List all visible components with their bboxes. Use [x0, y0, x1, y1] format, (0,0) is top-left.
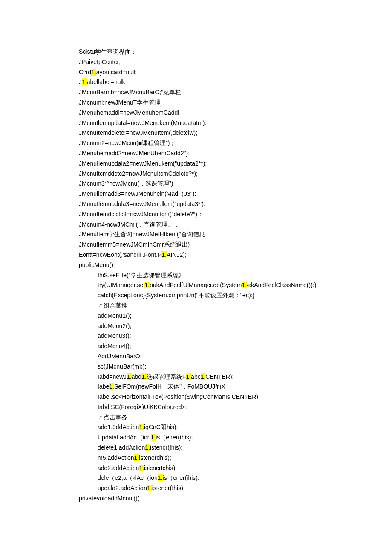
code-text: JPaiveIpCcntcr;	[79, 58, 121, 65]
code-text: JMcnuIlemupdatal=newJMenukem(MupdataIm):	[79, 119, 206, 126]
code-line: JMcnuml:newJMenuT学生管理	[79, 98, 392, 108]
highlighted-text: 1.	[127, 373, 132, 380]
code-text: is（ener(this);	[156, 434, 193, 441]
code-text: JMcnuml:newJMenuT学生管理	[79, 99, 161, 106]
code-line: JMcnuItemdelete!=ncwJMcnuItcm(,dcletclw)…	[79, 128, 392, 138]
highlighted-text: 1.	[91, 69, 96, 76]
code-line: JMcnuBarmb=ncwJMcnuBarO;"菜单栏	[79, 87, 392, 98]
code-text: JMcnum3ʳ^ncwJMcnu(，选课管理”)；	[79, 180, 179, 187]
code-line: JMcnuItcmddctc2=ncwJMcnuItcmCdeIctc?*);	[79, 169, 392, 179]
code-line: JMcnum2=ncwJMcnu(■课程管理”)；	[79, 138, 392, 148]
code-text: 〃点击事务	[98, 414, 127, 421]
code-line: Eontt=ncwEont(,'sancriΓ.Font.P1.AINJ2);	[79, 250, 392, 260]
code-text: dele（e2,a（klAc（ion	[98, 474, 158, 481]
code-text: JMenuhemaddl=newJMenuhemCaddl	[79, 109, 179, 116]
code-text: J	[79, 78, 82, 85]
code-text: JMenuIlemupdala2=newJMenukem("updata2**)…	[79, 160, 207, 167]
code-text: addMcnu4();	[98, 343, 131, 349]
code-text: ∞kAndFeclClassName()):)	[247, 282, 316, 288]
code-line: IhiS.seEɪle(″学生选课管理系统》	[79, 270, 392, 281]
code-line: try(UIManager.sel1.oukAndFecl(UlManagcr.…	[79, 280, 392, 291]
code-text: Iabd.SC(ForegiX)UiKKColor.red>:	[98, 404, 187, 410]
code-text: abellabel=nulk	[87, 78, 125, 85]
code-line: Iabd=newJ1.abd1.选课管理系统F1.abc1.CENTER):	[79, 372, 392, 382]
highlighted-text: 1.	[158, 474, 163, 481]
code-line: JMenuliemadd3=newJMenuhein(Mad（J3"):	[79, 189, 392, 199]
code-line: JMenuhemadd2≈newJMenUhemCadd2");	[79, 148, 392, 159]
code-text: Sclstu学生查询界面：	[79, 48, 137, 55]
code-text: JMenuItem学生杳询=newJMeIHIkem(″杳询信息	[79, 231, 205, 238]
code-line: JMenuhemaddl=newJMenuhemCaddl	[79, 108, 392, 118]
code-line: JMunuIlemupdula3=newJMenullem("updata3*'…	[79, 199, 392, 209]
code-text: Updatal.addAc（ion	[98, 434, 151, 441]
highlighted-text: 1.	[139, 465, 144, 471]
highlighted-text: 1.	[139, 424, 144, 430]
code-line: privatevoidaddMcnul()(	[79, 494, 392, 504]
code-line: addMcnu3():	[79, 331, 392, 341]
code-line: JMenuIlemupdala2=newJMenukem("updata2**)…	[79, 159, 392, 169]
highlighted-text: 1.	[147, 485, 152, 491]
code-text: add2.addAction	[98, 465, 139, 471]
highlighted-text: 1.	[141, 373, 147, 380]
code-text: SelFOm(newFolH「宋体”，FoMBOUJ的X	[114, 383, 225, 390]
code-text: addMenu2();	[98, 323, 131, 329]
code-line: Iabel.se<HorizontalΓTex(Position(SwingCo…	[79, 392, 392, 402]
code-line: JMenuItem学生杳询=newJMeIHIkem(″杳询信息	[79, 230, 392, 240]
code-text: oukAndFecl(UlManagcr.ge(System	[150, 282, 242, 288]
code-text: addMcnu3():	[98, 332, 131, 339]
code-text: 选课管理系统F	[147, 373, 186, 380]
code-text: Iabe	[98, 383, 109, 390]
code-text: istencr(Ihis):	[150, 444, 182, 451]
code-text: updala2.addAcliσn	[98, 485, 147, 491]
code-text: Eontt=ncwEont(,'sancriΓ.Font.P	[79, 251, 161, 258]
code-text: add1.3ddAction	[98, 424, 139, 430]
code-text: JMenuliemadd3=newJMenuhein(Mad（J3"):	[79, 190, 196, 197]
code-text: JMcnuItcmddctc2=ncwJMcnuItcmCdeIctc?*);	[79, 170, 198, 177]
highlighted-text: 1.	[109, 383, 114, 390]
code-text: JMenuhemadd2≈newJMenUhemCadd2");	[79, 150, 190, 157]
highlighted-text: 1.	[134, 454, 139, 461]
code-line: 〃点击事务	[79, 413, 392, 423]
code-text: istcnerdhis);	[139, 454, 171, 461]
code-text: catch(Exceptionc){System.crr.prinUn("不能设…	[98, 292, 254, 299]
code-line: JMcnum3ʳ^ncwJMcnu(，选课管理”)；	[79, 179, 392, 189]
code-line: m5.addAction1.istcnerdhis);	[79, 453, 392, 463]
code-line: JMcnuIlemupdatal=newJMenukem(MupdataIm):	[79, 118, 392, 128]
code-text: JMcnuBarmb=ncwJMcnuBarO;"菜单栏	[79, 89, 181, 96]
code-line: sc(JMcnuBar(mb);	[79, 362, 392, 372]
document-page: Sclstu学生查询界面：JPaiveIpCcntcr;C^rd1.ayoutc…	[0, 0, 392, 555]
code-text: m5.addAction	[98, 454, 134, 461]
code-text: privatevoidaddMcnul()(	[79, 495, 139, 502]
code-text: iqCnC阳his);	[144, 424, 178, 430]
code-text: abc	[191, 373, 201, 380]
code-text: isicncrtchis);	[144, 465, 177, 471]
code-text: JMcnuIlemm5=newJMCmIhCmr系统退出)	[79, 241, 190, 248]
highlighted-text: 1.	[151, 434, 156, 441]
code-text: try(UIManager.sel	[98, 282, 144, 288]
highlighted-text: 1.	[161, 251, 167, 258]
code-text: JMcnuItemdelete!=ncwJMcnuItcm(,dcletclw)…	[79, 129, 197, 136]
code-text: delete1.addAclion	[98, 444, 145, 451]
code-text: CENTER):	[205, 373, 233, 380]
code-line: JMcnuIlemm5=newJMCmIhCmr系统退出)	[79, 240, 392, 250]
code-line: delete1.addAclion1.istencr(Ihis):	[79, 443, 392, 453]
code-line: JPaiveIpCcntcr;	[79, 57, 392, 67]
code-text: JMcnuItemdclctc3=ncwJMcnuItcm("delete?″)…	[79, 211, 203, 218]
code-text: Iabd=newJ	[98, 373, 127, 380]
code-line: C^rd1.ayoutcard=null;	[79, 67, 392, 78]
code-text: C^rd	[79, 69, 91, 76]
code-line: addMenu2();	[79, 321, 392, 331]
code-line: publicMenu()∣	[79, 260, 392, 270]
code-line: 〃组合菜推	[79, 301, 392, 311]
code-text: JMcnum4-ncwJMCml(，查询管理。；	[79, 221, 179, 228]
code-text: abd	[132, 373, 141, 380]
highlighted-text: 1.	[186, 373, 191, 380]
code-line: Updatal.addAc（ion1.is（ener(this);	[79, 433, 392, 443]
code-text: publicMenu()∣	[79, 262, 116, 268]
highlighted-text: 1.	[82, 78, 87, 85]
code-text: 〃组合菜推	[98, 302, 127, 309]
highlighted-text: 1.	[201, 373, 206, 380]
code-text: Iabel.se<HorizontalΓTex(Position(SwingCo…	[98, 393, 260, 400]
code-line: dele（e2,a（klAc（ion1.is（ener(ihis):	[79, 473, 392, 483]
code-line: JMcnum4-ncwJMCml(，查询管理。；	[79, 220, 392, 230]
